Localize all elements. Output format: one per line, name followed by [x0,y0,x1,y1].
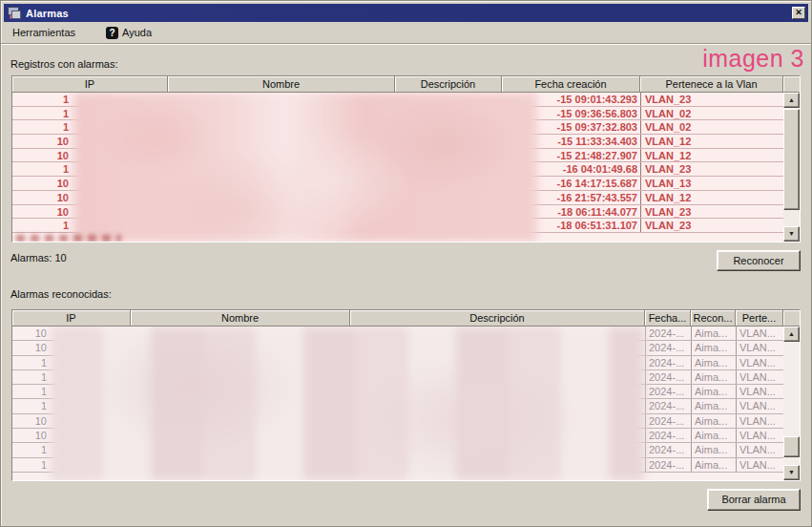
ip-cell: 1 [12,107,69,120]
pertenece-cell: VLAN... [736,443,783,456]
vlan-cell: VLAN_23 [640,219,783,232]
fecha-cell: 2024-... [645,327,691,340]
ip-cell: 1 [12,399,47,412]
reconocida-cell: Aima... [691,443,736,456]
menu-ayuda[interactable]: ? Ayuda [103,25,155,41]
pertenece-cell: VLAN... [736,327,783,340]
redacted-blur [16,235,121,242]
borrar-alarma-button[interactable]: Borrar alarma [707,489,801,511]
col-header-perte2[interactable]: Perte... [736,310,783,327]
reconocida-cell: Aima... [691,458,736,472]
alarms-section-label: Registros con alarmas: [10,58,118,70]
reconocer-button[interactable]: Reconocer [717,250,801,271]
fecha-cell: 2024-... [645,429,691,442]
ip-cell: 10 [12,414,47,428]
ip-cell: 1 [12,93,69,106]
alarms-table: IP Nombre Descripción Fecha creación Per… [11,75,801,242]
ip-cell: 10 [12,205,69,219]
window-title: Alarmas [26,8,69,19]
ip-cell: 1 [12,356,47,369]
reconocida-cell: Aima... [691,370,736,384]
vlan-cell: VLAN_02 [640,120,783,134]
reconocida-cell: Aima... [691,356,736,369]
col-header-descripcion[interactable]: Descripción [395,76,502,93]
vlan-cell: VLAN_23 [640,162,783,176]
fecha-cell: 2024-... [645,399,691,412]
acknowledged-table-body: 10 2024-... Aima... VLAN... 10 2024-... … [12,327,800,480]
ip-cell: 1 [12,219,69,232]
app-icon [7,7,22,20]
vlan-cell: VLAN_13 [640,177,783,190]
col-header-descripcion2[interactable]: Descripción [350,310,645,327]
pertenece-cell: VLAN... [736,399,783,412]
alarms-table-scrollbar[interactable]: ▲ ▼ [783,93,800,242]
acknowledged-table-scrollbar[interactable]: ▲ ▼ [783,327,800,480]
ip-cell: 10 [12,327,47,340]
pertenece-cell: VLAN... [736,341,783,354]
pertenece-cell: VLAN... [736,385,783,398]
ip-cell: 10 [12,341,47,354]
reconocida-cell: Aima... [691,341,736,354]
help-icon: ? [106,27,118,39]
vlan-cell: VLAN_12 [640,135,783,148]
menu-herramientas-label: Herramientas [12,27,75,38]
ip-cell: 10 [12,177,69,190]
col-header-nombre[interactable]: Nombre [168,76,395,93]
header-filler [783,310,800,327]
titlebar: Alarmas ✕ [4,4,808,22]
pertenece-cell: VLAN... [736,458,783,472]
ip-cell: 1 [12,120,69,134]
fecha-cell: 2024-... [645,414,691,428]
scrollbar-thumb[interactable] [783,436,800,457]
watermark-text: imagen 3 [702,45,804,73]
reconocida-cell: Aima... [691,385,736,398]
pertenece-cell: VLAN... [736,370,783,384]
ip-cell: 1 [12,385,47,398]
fecha-cell: 2024-... [645,458,691,472]
ip-cell: 1 [12,162,69,176]
redacted-blur [51,327,644,480]
scroll-up-icon[interactable]: ▲ [783,327,800,342]
alarms-table-header: IP Nombre Descripción Fecha creación Per… [12,76,800,93]
menubar: Herramientas ? Ayuda [5,23,807,42]
fecha-cell: 2024-... [645,341,691,354]
ip-cell: 10 [12,191,69,204]
pertenece-cell: VLAN... [736,429,783,442]
fecha-cell: 2024-... [645,356,691,369]
col-header-fecha2[interactable]: Fecha... [645,310,691,327]
pertenece-cell: VLAN... [736,356,783,369]
reconocida-cell: Aima... [691,399,736,412]
menu-divider [1,43,811,45]
scrollbar-thumb[interactable] [783,109,800,210]
close-icon[interactable]: ✕ [792,7,805,19]
col-header-recon2[interactable]: Recon... [691,310,736,327]
ip-cell: 1 [12,458,47,472]
menu-herramientas[interactable]: Herramientas [10,25,78,40]
ip-cell: 10 [12,429,47,442]
ip-cell: 10 [12,135,69,148]
acknowledged-table: IP Nombre Descripción Fecha... Recon... … [11,309,801,481]
scroll-down-icon[interactable]: ▼ [783,465,800,480]
col-header-nombre2[interactable]: Nombre [131,310,350,327]
acknowledged-section-label: Alarmas reconocidas: [10,288,112,300]
fecha-cell: 2024-... [645,385,691,398]
acknowledged-table-header: IP Nombre Descripción Fecha... Recon... … [12,310,800,327]
scroll-down-icon[interactable]: ▼ [783,226,800,242]
reconocida-cell: Aima... [691,414,736,428]
col-header-vlan[interactable]: Pertenece a la Vlan [640,76,783,93]
scroll-up-icon[interactable]: ▲ [783,93,800,108]
reconocida-cell: Aima... [691,429,736,442]
col-header-ip2[interactable]: IP [12,310,131,327]
ip-cell: 1 [12,443,47,456]
vlan-cell: VLAN_02 [640,107,783,120]
alarm-count-label: Alarmas: 10 [10,252,67,264]
fecha-cell: 2024-... [645,370,691,384]
header-filler [783,76,800,93]
fecha-cell: 2024-... [645,443,691,456]
vlan-cell: VLAN_23 [640,93,783,106]
menu-ayuda-label: Ayuda [122,27,152,38]
col-header-fecha[interactable]: Fecha creación [502,76,640,93]
vlan-cell: VLAN_12 [640,191,783,204]
col-header-ip[interactable]: IP [12,76,168,93]
redacted-blur [73,93,537,242]
